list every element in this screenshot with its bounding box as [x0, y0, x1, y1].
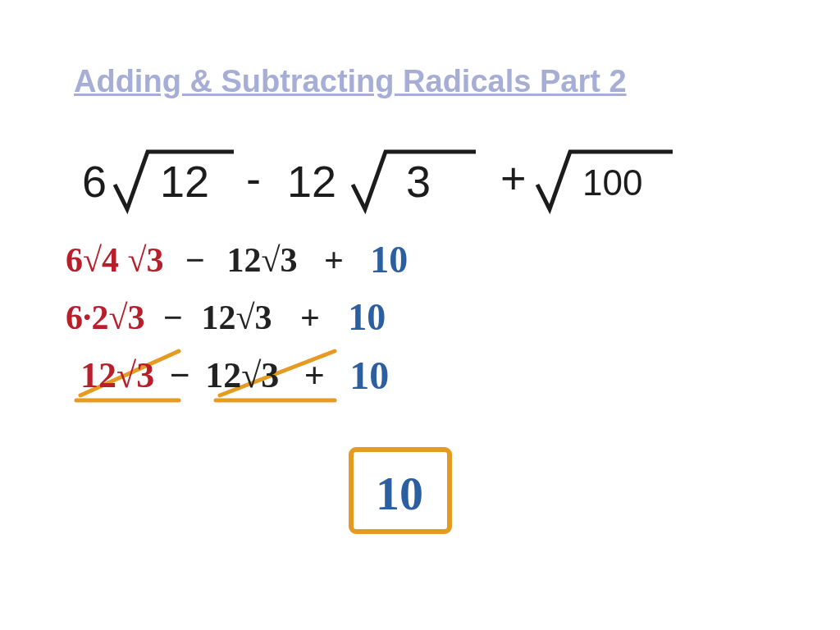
coef-1: 6: [82, 157, 107, 206]
final-answer: 10: [345, 443, 476, 545]
step2-mid: 12√3: [201, 298, 272, 337]
step1-op2: +: [324, 240, 344, 280]
step2-red: 6·2√3: [66, 298, 145, 337]
coef-2: 12: [287, 157, 336, 206]
problem-expression: 6 12 - 12 3 + 100: [82, 139, 755, 230]
step3-blue: 10: [349, 353, 389, 398]
step-1: 6√4 √3 − 12√3 + 10: [66, 238, 408, 281]
step3-op1: −: [170, 354, 190, 396]
step1-op1: −: [185, 240, 205, 280]
radicand-1: 12: [160, 157, 209, 206]
step1-mid: 12√3: [226, 240, 297, 280]
radicand-2: 3: [406, 157, 431, 206]
step1-red: 6√4 √3: [66, 240, 164, 280]
page-title: Adding & Subtracting Radicals Part 2: [74, 64, 627, 99]
step3-op2: +: [304, 354, 325, 396]
step2-op1: −: [163, 298, 183, 337]
op-1: -: [246, 153, 261, 203]
step-2: 6·2√3 − 12√3 + 10: [66, 295, 386, 339]
radicand-3: 100: [582, 162, 642, 203]
step3-red: 12√3: [80, 354, 154, 396]
answer-value: 10: [376, 466, 423, 521]
step2-op2: +: [300, 298, 320, 337]
op-2: +: [500, 153, 527, 203]
step1-blue: 10: [370, 238, 408, 281]
step3-mid: 12√3: [205, 354, 279, 396]
step2-blue: 10: [348, 295, 386, 339]
step-3: 12√3 − 12√3 + 10: [80, 353, 573, 410]
